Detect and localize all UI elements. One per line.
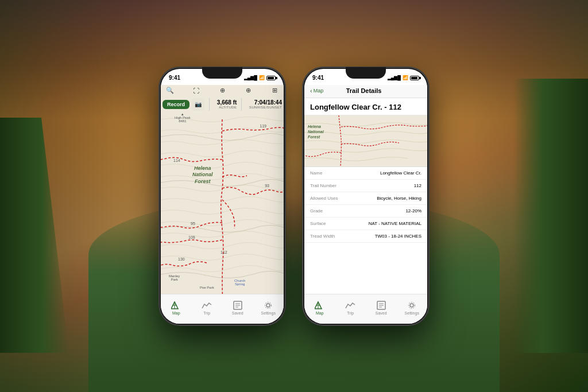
peak-label: ▲High Peak8481 bbox=[175, 112, 191, 123]
status-icons-left: ▂▄▆█ 📶 bbox=[244, 75, 276, 80]
back-button[interactable]: ‹ Map bbox=[310, 87, 323, 94]
wifi-icon-right: 📶 bbox=[403, 75, 408, 80]
tab-settings-label-left: Settings bbox=[261, 311, 276, 315]
tab-bar-left: Map Trip Saved bbox=[161, 294, 284, 324]
tab-trip-left[interactable]: Trip bbox=[192, 301, 223, 315]
manley-park-label: ManleyPark bbox=[169, 274, 180, 281]
map-area[interactable]: HelenaNationalForest ▲High Peak8481 119 … bbox=[161, 85, 284, 294]
info-row-name: Name Longfellow Clear Cr. bbox=[304, 167, 427, 180]
tab-map-label-left: Map bbox=[172, 311, 180, 315]
trip-tab-icon-left bbox=[202, 301, 212, 310]
settings-tab-icon-right bbox=[407, 301, 417, 310]
svg-point-18 bbox=[409, 302, 415, 308]
info-label-number: Trail Number bbox=[310, 183, 336, 188]
status-icons-right: ▂▄▆█ 📶 bbox=[388, 75, 419, 80]
trail-num-109: 109 bbox=[188, 235, 195, 239]
info-label-surface: Surface bbox=[310, 221, 326, 226]
settings-tab-icon-left bbox=[263, 301, 273, 310]
trail-num-93: 93 bbox=[265, 184, 269, 188]
tab-bar-right: Map Trip Saved bbox=[304, 294, 427, 324]
forest-label-left: HelenaNationalForest bbox=[192, 165, 213, 185]
record-button[interactable]: Record bbox=[163, 100, 189, 109]
trip-tab-icon-right bbox=[345, 301, 355, 310]
detail-info-rows: Name Longfellow Clear Cr. Trail Number 1… bbox=[304, 167, 427, 294]
info-value-name: Longfellow Clear Cr. bbox=[380, 170, 421, 176]
add-waypoint-icon[interactable]: ⊕ bbox=[242, 84, 255, 97]
tab-saved-left[interactable]: Saved bbox=[222, 301, 253, 315]
saved-tab-icon-right bbox=[376, 301, 386, 310]
info-row-uses: Allowed Uses Bicycle, Horse, Hiking bbox=[304, 192, 427, 205]
tab-trip-label-right: Trip bbox=[347, 311, 354, 315]
notch-right bbox=[346, 67, 386, 79]
tab-saved-label-right: Saved bbox=[376, 311, 387, 315]
info-label-tread: Tread Width bbox=[310, 234, 335, 239]
signal-icon-right: ▂▄▆█ bbox=[388, 75, 401, 80]
stat-divider-1 bbox=[209, 98, 210, 111]
status-time-left: 9:41 bbox=[169, 75, 180, 81]
info-row-number: Trail Number 112 bbox=[304, 180, 427, 192]
tab-trip-right[interactable]: Trip bbox=[335, 301, 366, 315]
detail-header: ‹ Map Trail Details bbox=[304, 85, 427, 98]
church-spring-label: ChurchSpring bbox=[234, 279, 245, 286]
svg-point-8 bbox=[266, 304, 270, 307]
tab-saved-right[interactable]: Saved bbox=[366, 301, 397, 315]
compass-icon[interactable]: ⊕ bbox=[216, 84, 229, 97]
mini-map-forest-label: HelenaNationalForest bbox=[308, 124, 324, 139]
detail-page-title: Trail Details bbox=[323, 87, 404, 94]
map-tab-icon-right bbox=[315, 301, 325, 310]
detail-mini-map[interactable]: HelenaNationalForest bbox=[304, 115, 427, 167]
camera-button[interactable]: 📷 bbox=[192, 98, 204, 111]
info-value-grade: 12-20% bbox=[405, 208, 421, 214]
mini-topo bbox=[304, 115, 427, 166]
phones-container: 9:41 ▂▄▆█ 📶 🔍 ⛶ ⊕ ⊕ ⊞ bbox=[0, 0, 588, 392]
battery-icon-left bbox=[266, 76, 276, 80]
svg-point-9 bbox=[265, 302, 272, 308]
info-value-surface: NAT - NATIVE MATERIAL bbox=[369, 221, 421, 226]
altitude-value: 3,668 ft bbox=[217, 99, 237, 106]
saved-tab-icon-left bbox=[233, 301, 243, 310]
phone-left: 9:41 ▂▄▆█ 📶 🔍 ⛶ ⊕ ⊕ ⊞ bbox=[159, 67, 285, 325]
map-toolbar: 🔍 ⛶ ⊕ ⊕ ⊞ Record 📷 3,668 ft ALTITUDE bbox=[161, 83, 284, 113]
trail-num-112: 112 bbox=[220, 250, 227, 254]
stat-divider-2 bbox=[241, 98, 242, 111]
fullscreen-icon[interactable]: ⛶ bbox=[190, 84, 203, 97]
svg-point-17 bbox=[410, 304, 413, 307]
info-value-uses: Bicycle, Horse, Hiking bbox=[377, 196, 421, 201]
info-value-number: 112 bbox=[414, 183, 421, 188]
tab-map-left[interactable]: Map bbox=[161, 301, 192, 315]
trail-num-130: 130 bbox=[178, 257, 185, 261]
back-chevron-icon: ‹ bbox=[310, 87, 312, 94]
info-row-grade: Grade 12-20% bbox=[304, 205, 427, 218]
record-row: Record 📷 3,668 ft ALTITUDE 7:04/18:44 SU… bbox=[161, 98, 284, 113]
tab-trip-label-left: Trip bbox=[203, 311, 210, 315]
tab-settings-right[interactable]: Settings bbox=[397, 301, 428, 315]
info-value-tread: TW03 - 18-24 INCHES bbox=[375, 234, 421, 239]
map-tab-icon-left bbox=[171, 301, 181, 310]
trail-num-95: 95 bbox=[191, 222, 195, 226]
status-time-right: 9:41 bbox=[312, 75, 324, 81]
tab-settings-left[interactable]: Settings bbox=[253, 301, 284, 315]
info-label-uses: Allowed Uses bbox=[310, 196, 338, 201]
info-label-grade: Grade bbox=[310, 208, 323, 214]
back-label: Map bbox=[314, 88, 324, 94]
tab-map-right[interactable]: Map bbox=[304, 301, 335, 315]
battery-icon-right bbox=[410, 76, 419, 80]
altitude-label: ALTITUDE bbox=[219, 106, 237, 109]
info-row-tread: Tread Width TW03 - 18-24 INCHES bbox=[304, 230, 427, 243]
tab-map-label-right: Map bbox=[316, 311, 324, 315]
tab-saved-label-left: Saved bbox=[232, 311, 243, 315]
sunrise-value: 7:04/18:44 bbox=[254, 99, 282, 106]
layers-icon[interactable]: ⊞ bbox=[268, 84, 281, 97]
trail-num-119: 119 bbox=[260, 124, 266, 128]
info-label-name: Name bbox=[310, 170, 322, 176]
altitude-stat: 3,668 ft ALTITUDE bbox=[217, 99, 237, 109]
info-row-surface: Surface NAT - NATIVE MATERIAL bbox=[304, 218, 427, 230]
phone-right: 9:41 ▂▄▆█ 📶 ‹ Map Trail Details Longf bbox=[303, 67, 429, 325]
signal-icon-left: ▂▄▆█ bbox=[244, 75, 257, 80]
trail-num-114: 114 bbox=[173, 158, 180, 162]
search-icon[interactable]: 🔍 bbox=[164, 84, 176, 97]
trail-name-heading: Longfellow Clear Cr. - 112 bbox=[304, 98, 427, 115]
poe-park-label: Poe Park bbox=[200, 286, 214, 289]
notch-left bbox=[202, 67, 242, 79]
map-icons-row: 🔍 ⛶ ⊕ ⊕ ⊞ bbox=[161, 83, 284, 98]
